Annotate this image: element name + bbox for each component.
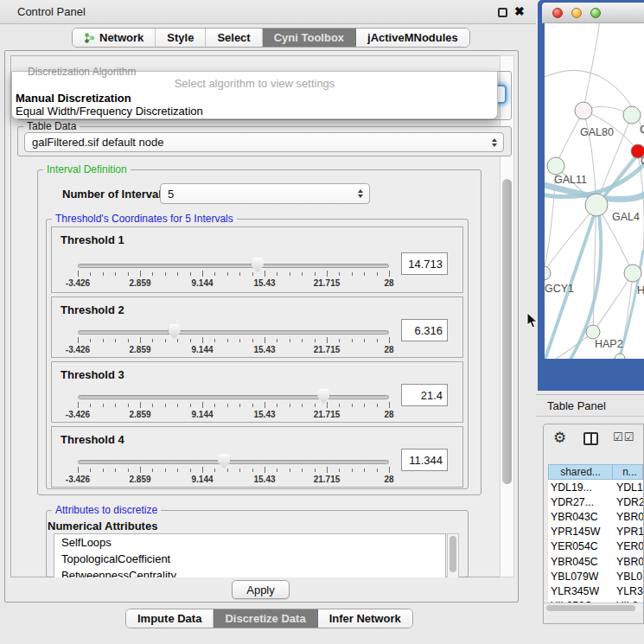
column-header-1[interactable]: shared... <box>548 464 613 480</box>
network-canvas[interactable]: GAL80GAL11GAL4GCY1HAP2HGAO <box>545 23 644 359</box>
horizontal-scrollbar[interactable] <box>544 603 643 612</box>
cell-shared-name: YLR345W <box>548 585 614 597</box>
network-node <box>586 325 600 339</box>
thresholds-group-title: Threshold's Coordinates for 5 Intervals <box>52 213 237 226</box>
network-edge-highlighted <box>600 155 638 201</box>
threshold-label: Threshold 2 <box>61 303 124 316</box>
tab-label: Cyni Toolbox <box>274 31 344 44</box>
column-header-2[interactable]: n... <box>613 464 643 480</box>
numerical-attributes-list[interactable]: SelfLoopsTopologicalCoefficientBetweenne… <box>54 533 446 577</box>
number-of-intervals-combo[interactable]: 5 <box>160 183 370 204</box>
threshold-value-field[interactable]: 14.713 <box>401 252 448 275</box>
tab-label: jActiveMNodules <box>367 31 458 44</box>
scrollbar-thumb[interactable] <box>502 179 512 484</box>
network-edge <box>556 111 583 166</box>
table-row[interactable]: YDL19...YDL1... <box>548 480 643 494</box>
scrollbar-thumb[interactable] <box>546 605 635 611</box>
tab-label: Impute Data <box>137 612 201 625</box>
slider-tick-labels: -3.4262.8599.14415.4321.71528 <box>78 278 389 289</box>
threshold-slider[interactable]: -3.4262.8599.14415.4321.71528 <box>78 323 389 358</box>
slider-track[interactable] <box>78 330 389 335</box>
cell-name: YDL1... <box>614 481 643 494</box>
table-row[interactable]: YBR043CYBR0... <box>548 509 643 524</box>
tab-jactivemnodules[interactable]: jActiveMNodules <box>356 29 469 47</box>
table-row[interactable]: YLR345WYLR3... <box>548 583 643 598</box>
network-icon <box>84 32 95 44</box>
cell-shared-name: YBL079W <box>548 571 614 583</box>
network-node-label: GAL80 <box>580 126 614 138</box>
threshold-value-field[interactable]: 6.316 <box>401 319 448 341</box>
network-window-titlebar <box>542 3 644 23</box>
cell-name: YLR3... <box>614 585 643 597</box>
minimize-traffic-light[interactable] <box>571 8 582 18</box>
attributes-scrollbar[interactable] <box>447 533 459 577</box>
table-row[interactable]: YDR27...YDR2... <box>548 494 643 509</box>
threshold-label: Threshold 3 <box>61 368 124 381</box>
zoom-traffic-light[interactable] <box>590 8 601 18</box>
tab-select[interactable]: Select <box>206 29 262 47</box>
scrollbar-thumb[interactable] <box>450 536 456 572</box>
popup-item-list: Manual DiscretizationEqual Width/Frequen… <box>15 92 494 118</box>
slider-tick-labels: -3.4262.8599.14415.4321.71528 <box>78 345 389 355</box>
discretization-algorithm-title: Discretization Algorithm <box>24 66 139 79</box>
network-node <box>624 265 641 282</box>
slider-ticks <box>78 337 389 344</box>
cell-name: YPR1... <box>614 526 643 538</box>
apply-button[interactable]: Apply <box>232 580 290 599</box>
tab-impute-data[interactable]: Impute Data <box>126 609 214 628</box>
select-columns-icons[interactable]: ☑☑ <box>613 430 634 443</box>
float-window-icon[interactable] <box>498 8 507 17</box>
popup-item-equal-width-frequency-discretization[interactable]: Equal Width/Frequency Discretization <box>15 105 494 118</box>
table-body[interactable]: YDL19...YDL1...YDR27...YDR2...YBR043CYBR… <box>548 480 643 603</box>
threshold-slider[interactable]: -3.4262.8599.14415.4321.71528 <box>78 388 389 423</box>
network-edge <box>583 111 596 205</box>
cell-shared-name: YPR145W <box>548 526 614 538</box>
table-row[interactable]: YER054CYER0... <box>548 539 643 554</box>
slider-track[interactable] <box>78 264 389 268</box>
close-icon[interactable]: ✖ <box>514 4 525 18</box>
network-node-label: HAP2 <box>595 338 623 350</box>
network-graph: GAL80GAL11GAL4GCY1HAP2HGAO <box>545 23 644 359</box>
table-data-combo[interactable]: galFiltered.sif default node <box>24 132 504 152</box>
attribute-item-selfloops[interactable]: SelfLoops <box>54 534 445 551</box>
threshold-panel-1: Threshold 1-3.4262.8599.14415.4321.71528… <box>51 226 463 293</box>
attribute-item-betweennesscentrality[interactable]: BetweennessCentrality <box>54 567 445 577</box>
threshold-value-field[interactable]: 21.4 <box>401 384 448 406</box>
cell-name: YBR0... <box>614 511 643 523</box>
network-node <box>575 102 592 119</box>
slider-track[interactable] <box>78 395 389 399</box>
network-node <box>545 266 551 280</box>
tab-infer-network[interactable]: Infer Network <box>318 609 412 628</box>
network-node <box>623 106 641 124</box>
tab-label: Select <box>217 31 250 44</box>
threshold-value-field[interactable]: 11.344 <box>401 449 448 471</box>
tab-style[interactable]: Style <box>156 29 206 47</box>
network-view-window: GAL80GAL11GAL4GCY1HAP2HGAO <box>538 0 644 391</box>
number-of-intervals-value: 5 <box>168 188 174 201</box>
top-tab-bar: NetworkStyleSelectCyni ToolboxjActiveMNo… <box>72 28 470 48</box>
tab-discretize-data[interactable]: Discretize Data <box>214 609 317 628</box>
table-row[interactable]: YBL079WYBL0... <box>548 569 643 583</box>
tab-cyni-toolbox[interactable]: Cyni Toolbox <box>263 29 356 47</box>
threshold-label: Threshold 4 <box>61 433 124 446</box>
popup-placeholder: Select algorithm to view settings <box>12 77 497 90</box>
popup-item-manual-discretization[interactable]: Manual Discretization <box>15 92 494 105</box>
slider-tick-labels: -3.4262.8599.14415.4321.71528 <box>78 475 389 485</box>
table-panel-titlebar: Table Panel <box>536 394 644 417</box>
table-row[interactable]: YPR145WYPR1... <box>548 525 643 539</box>
cell-name: YDR2... <box>614 496 643 508</box>
threshold-slider[interactable]: -3.4262.8599.14415.4321.71528 <box>78 453 389 488</box>
cell-name: YBL0... <box>614 571 643 583</box>
close-traffic-light[interactable] <box>552 8 563 18</box>
tab-label: Style <box>167 31 194 44</box>
tab-network[interactable]: Network <box>73 29 156 47</box>
threshold-slider[interactable]: -3.4262.8599.14415.4321.71528 <box>78 257 389 291</box>
attribute-item-topologicalcoefficient[interactable]: TopologicalCoefficient <box>54 551 445 567</box>
interval-definition-title: Interval Definition <box>43 163 131 176</box>
slider-track[interactable] <box>78 460 389 464</box>
gear-icon[interactable]: ⚙ <box>553 429 566 447</box>
table-panel-title: Table Panel <box>547 395 606 417</box>
table-row[interactable]: YBR045CYBR0... <box>548 554 643 569</box>
threshold-label: Threshold 1 <box>61 233 124 246</box>
split-view-icon[interactable] <box>583 432 598 445</box>
